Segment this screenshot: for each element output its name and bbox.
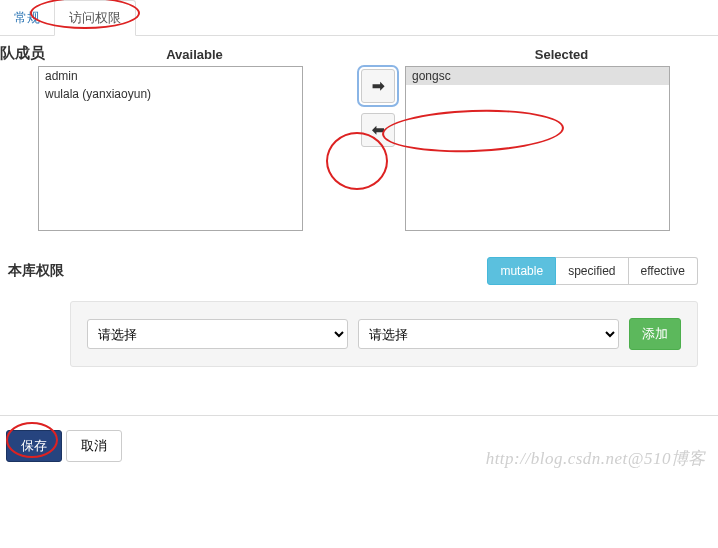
- cancel-button[interactable]: 取消: [66, 430, 122, 462]
- permissions-heading: 本库权限: [8, 262, 64, 280]
- permission-add-panel: 请选择 请选择 添加: [70, 301, 698, 367]
- add-permission-button[interactable]: 添加: [629, 318, 681, 350]
- available-label: Available: [38, 47, 351, 66]
- arrow-left-icon: ⬅: [372, 121, 385, 139]
- selected-label: Selected: [405, 47, 718, 66]
- available-listbox[interactable]: admin wulala (yanxiaoyun): [38, 66, 303, 231]
- tab-general[interactable]: 常规: [0, 1, 54, 35]
- save-button[interactable]: 保存: [6, 430, 62, 462]
- selected-listbox[interactable]: gongsc: [405, 66, 670, 231]
- segment-effective[interactable]: effective: [629, 257, 698, 285]
- tab-access[interactable]: 访问权限: [54, 0, 136, 36]
- move-left-button[interactable]: ⬅: [361, 113, 395, 147]
- permission-mode-group: mutable specified effective: [487, 257, 698, 285]
- list-item[interactable]: wulala (yanxiaoyun): [39, 85, 302, 103]
- segment-mutable[interactable]: mutable: [487, 257, 556, 285]
- segment-specified[interactable]: specified: [556, 257, 628, 285]
- list-item[interactable]: admin: [39, 67, 302, 85]
- arrow-right-icon: ➡: [372, 77, 385, 95]
- permission-select-1[interactable]: 请选择: [87, 319, 348, 349]
- permission-select-2[interactable]: 请选择: [358, 319, 619, 349]
- move-right-button[interactable]: ➡: [361, 69, 395, 103]
- list-item[interactable]: gongsc: [406, 67, 669, 85]
